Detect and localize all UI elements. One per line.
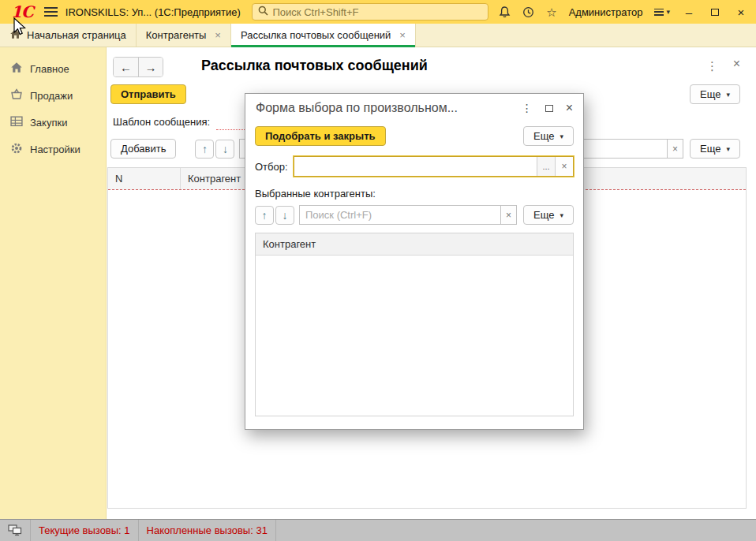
global-search-input[interactable]: [273, 6, 482, 18]
home-icon: [10, 62, 23, 76]
sidebar-item-label: Настройки: [30, 144, 80, 155]
search-icon: [258, 6, 268, 18]
filter-choose-ellipsis-button[interactable]: ...: [537, 157, 555, 176]
selected-counterparties-label: Выбранные контрагенты:: [255, 188, 574, 200]
tab-mail-distribution[interactable]: Рассылка почтовых сообщений ×: [231, 24, 416, 47]
selected-list-toolbar: ↑ ↓ × Еще ▾: [255, 205, 574, 225]
dialog-more-button[interactable]: Еще ▾: [523, 126, 574, 146]
tab-label: Контрагенты: [146, 29, 207, 41]
selected-counterparties-table: Контрагент: [255, 233, 574, 416]
forward-button[interactable]: →: [138, 58, 163, 76]
tab-close-icon[interactable]: ×: [215, 30, 221, 40]
window-close-button[interactable]: ×: [734, 6, 748, 18]
tab-label: Начальная страница: [27, 29, 126, 41]
sidebar-item-sales[interactable]: Продажи: [0, 82, 106, 109]
current-calls-text: Текущие вызовы: 1: [39, 524, 130, 536]
global-search-box[interactable]: [252, 3, 488, 21]
chevron-down-icon: ▾: [726, 145, 730, 153]
move-down-button[interactable]: ↓: [215, 140, 234, 159]
sidebar-item-purchases[interactable]: Закупки: [0, 109, 106, 136]
window-minimize-button[interactable]: –: [682, 6, 696, 18]
basket-icon: [10, 88, 23, 103]
column-header-n[interactable]: N: [108, 168, 181, 189]
filter-row: Отбор: ... ×: [255, 156, 574, 177]
dialog-search-box: ×: [299, 205, 517, 225]
tab-counterparties[interactable]: Контрагенты ×: [137, 24, 231, 47]
server-calls-icon: [0, 520, 31, 541]
move-up-button[interactable]: ↑: [255, 206, 274, 225]
dialog-title-bar: Форма выбора по произвольном... ⋮ ×: [245, 94, 583, 122]
table-grid-icon: [10, 115, 23, 129]
accumulated-calls-text: Накопленные вызовы: 31: [147, 524, 268, 536]
chevron-down-icon: ▾: [666, 8, 670, 16]
home-icon: [9, 28, 21, 42]
window-maximize-button[interactable]: [711, 9, 719, 16]
tab-label: Рассылка почтовых сообщений: [241, 29, 391, 41]
selection-dialog: Форма выбора по произвольном... ⋮ × Подо…: [245, 93, 584, 430]
main-menu-icon[interactable]: [44, 7, 58, 17]
page-title: Рассылка почтовых сообщений: [201, 58, 428, 74]
current-calls-indicator[interactable]: Текущие вызовы: 1: [31, 520, 139, 541]
title-bar: 1С IRONSKILLS: Уп... (1С:Предприятие) ☆ …: [0, 0, 756, 24]
filter-field: ... ×: [294, 156, 574, 177]
sections-sidebar: Главное Продажи Закупки Настройки: [0, 47, 107, 519]
list-more-button[interactable]: Еще ▾: [690, 139, 740, 159]
dialog-list-more-button[interactable]: Еще ▾: [523, 205, 574, 225]
dialog-title: Форма выбора по произвольном...: [256, 101, 522, 115]
dialog-maximize-icon[interactable]: [545, 105, 553, 112]
sidebar-item-label: Главное: [30, 63, 69, 75]
accumulated-calls-indicator[interactable]: Накопленные вызовы: 31: [139, 520, 276, 541]
sidebar-item-label: Продажи: [30, 90, 73, 102]
chevron-down-icon: ▾: [560, 211, 563, 219]
form-close-icon[interactable]: ×: [733, 58, 740, 70]
tab-close-icon[interactable]: ×: [399, 30, 406, 40]
gear-icon: [10, 142, 23, 157]
sidebar-item-settings[interactable]: Настройки: [0, 136, 106, 162]
1c-logo-icon: 1С: [8, 4, 36, 20]
clear-search-icon[interactable]: ×: [667, 139, 683, 159]
current-user[interactable]: Администратор: [569, 6, 643, 18]
send-button[interactable]: Отправить: [110, 84, 186, 104]
open-windows-tabbar: Начальная страница Контрагенты × Рассылк…: [0, 24, 756, 47]
filter-clear-icon[interactable]: ×: [555, 157, 573, 176]
pick-and-close-button[interactable]: Подобрать и закрыть: [255, 126, 386, 146]
move-down-button[interactable]: ↓: [275, 206, 294, 225]
back-button[interactable]: ←: [114, 58, 138, 76]
navigation-arrows: ← →: [113, 57, 163, 77]
1c-application-window: 1С IRONSKILLS: Уп... (1С:Предприятие) ☆ …: [0, 0, 756, 541]
notifications-bell-icon[interactable]: [499, 6, 511, 18]
filter-label: Отбор:: [255, 161, 288, 173]
chevron-down-icon: ▾: [726, 91, 730, 99]
clear-search-icon[interactable]: ×: [500, 205, 517, 225]
app-title: IRONSKILLS: Уп... (1С:Предприятие): [65, 6, 241, 18]
filter-input[interactable]: [294, 157, 537, 176]
dialog-toolbar: Подобрать и закрыть Еще ▾: [255, 126, 574, 146]
tab-home[interactable]: Начальная страница: [0, 24, 137, 47]
favorites-star-icon[interactable]: ☆: [546, 6, 556, 18]
add-button[interactable]: Добавить: [110, 139, 176, 159]
user-settings-menu-icon[interactable]: ▾: [654, 8, 670, 16]
sidebar-item-main[interactable]: Главное: [0, 55, 106, 82]
dialog-search-input[interactable]: [299, 205, 500, 225]
dialog-window-controls: ⋮ ×: [522, 102, 573, 114]
titlebar-icons: ☆ Администратор ▾ – ×: [499, 6, 748, 18]
form-menu-dots-icon[interactable]: ⋮: [706, 59, 718, 73]
column-header-counterparty[interactable]: Контрагент: [256, 233, 573, 256]
history-icon[interactable]: [522, 6, 534, 18]
move-up-button[interactable]: ↑: [195, 140, 214, 159]
dialog-close-icon[interactable]: ×: [566, 102, 573, 114]
sidebar-item-label: Закупки: [30, 117, 67, 129]
chevron-down-icon: ▾: [560, 132, 563, 140]
template-label: Шаблон сообщения:: [113, 116, 210, 128]
dialog-menu-dots-icon[interactable]: ⋮: [522, 102, 533, 114]
status-bar: Текущие вызовы: 1 Накопленные вызовы: 31: [0, 519, 756, 541]
more-button[interactable]: Еще ▾: [690, 84, 740, 104]
table-body-empty: [256, 256, 573, 416]
